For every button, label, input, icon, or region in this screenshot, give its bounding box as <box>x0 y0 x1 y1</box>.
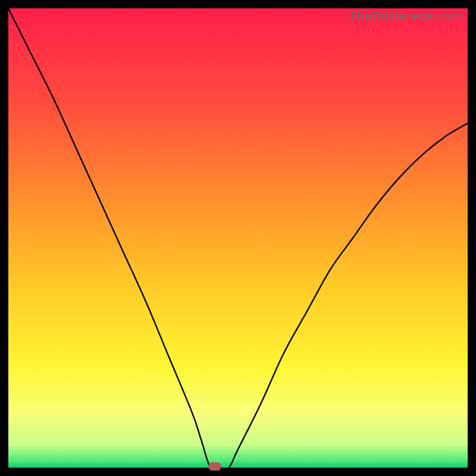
optimal-marker <box>208 462 221 471</box>
watermark-text: TheBottleneck.com <box>349 8 463 24</box>
bottleneck-curve <box>8 8 468 468</box>
chart-frame: TheBottleneck.com <box>8 8 468 468</box>
